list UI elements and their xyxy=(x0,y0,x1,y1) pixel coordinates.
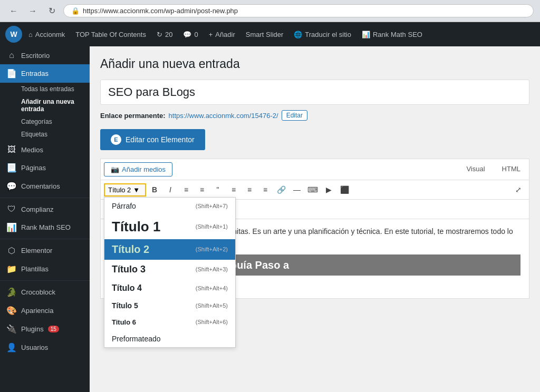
unordered-list-button[interactable]: ≡ xyxy=(179,182,194,197)
admin-bar-updates[interactable]: ↻ 20 xyxy=(152,28,177,41)
sidebar-item-elementor[interactable]: ⬡ Elementor xyxy=(0,241,90,260)
toolbar-row-1: Título 2 ▼ Párrafo (Shift+Alt+7) Título … xyxy=(101,180,529,200)
admin-bar-rank-math[interactable]: 📊 Rank Math SEO xyxy=(358,28,427,41)
permalink-row: Enlace permanente: https://www.accionmk.… xyxy=(100,110,529,121)
admin-bar-comments[interactable]: 💬 0 xyxy=(179,28,202,41)
sidebar-label-medios: Medios xyxy=(21,146,43,154)
media-icon: 🖼 xyxy=(6,145,17,154)
elementor-btn-label: Editar con Elementor xyxy=(126,135,195,144)
wp-logo[interactable]: W xyxy=(5,26,22,43)
sidebar-item-apariencia[interactable]: 🎨 Apariencia xyxy=(0,301,90,320)
admin-bar-translate[interactable]: 🌐 Traducir el sitio xyxy=(290,28,355,41)
sidebar-item-plantillas[interactable]: 📁 Plantillas xyxy=(0,260,90,278)
permalink-url[interactable]: https://www.accionmk.com/15476-2/ xyxy=(169,112,278,120)
dropdown-titulo2[interactable]: Título 2 (Shift+Alt+2) xyxy=(104,239,235,260)
pages-icon: 📃 xyxy=(6,163,17,173)
sidebar-item-plugins[interactable]: 🔌 Plugins 15 xyxy=(0,320,90,338)
link-button[interactable]: 🔗 xyxy=(274,182,288,197)
admin-bar-toc[interactable]: TOP Table Of Contents xyxy=(71,28,150,41)
dropdown-parrafo[interactable]: Párrafo (Shift+Alt+7) xyxy=(104,198,235,214)
shortcut-titulo6: (Shift+Alt+6) xyxy=(196,319,228,325)
dropdown-titulo5[interactable]: Título 5 (Shift+Alt+5) xyxy=(104,297,235,314)
admin-bar-smart-slider[interactable]: Smart Slider xyxy=(242,28,288,41)
sidebar-item-escritorio[interactable]: ⌂ Escritorio xyxy=(0,46,90,64)
elementor-edit-button[interactable]: E Editar con Elementor xyxy=(100,129,205,150)
sidebar-item-crocoblock[interactable]: 🐊 Crocoblock xyxy=(0,283,90,301)
sidebar-label-plantillas: Plantillas xyxy=(21,265,49,273)
url-text: https://www.accionmk.com/wp-admin/post-n… xyxy=(83,7,238,15)
sidebar-divider-3 xyxy=(0,280,90,281)
align-right-button[interactable]: ≡ xyxy=(258,182,273,197)
shortcut-titulo2: (Shift+Alt+2) xyxy=(196,246,228,252)
tab-visual[interactable]: Visual xyxy=(458,159,493,180)
plugins-badge: 15 xyxy=(48,326,59,332)
admin-bar-add[interactable]: + Añadir xyxy=(205,28,239,41)
wp-sidebar: ⌂ Escritorio 📄 Entradas Todas las entrad… xyxy=(0,46,90,392)
permalink-label: Enlace permanente: xyxy=(100,112,166,120)
reload-button[interactable]: ↻ xyxy=(44,4,59,18)
format-select-wrapper: Título 2 ▼ Párrafo (Shift+Alt+7) Título … xyxy=(104,183,146,197)
dropdown-titulo3[interactable]: Título 3 (Shift+Alt+3) xyxy=(104,260,235,279)
dropdown-titulo1[interactable]: Título 1 (Shift+Alt+1) xyxy=(104,214,235,239)
align-left-button[interactable]: ≡ xyxy=(226,182,241,197)
sidebar-item-comentarios[interactable]: 💬 Comentarios xyxy=(0,177,90,195)
blockquote-button[interactable]: " xyxy=(210,182,225,197)
elementor-sidebar-icon: ⬡ xyxy=(6,246,17,256)
page-title: Añadir una nueva entrada xyxy=(100,57,529,71)
dropdown-titulo4[interactable]: Título 4 (Shift+Alt+4) xyxy=(104,279,235,297)
sidebar-label-elementor: Elementor xyxy=(21,247,52,254)
bold-button[interactable]: B xyxy=(147,182,162,197)
appearance-icon: 🎨 xyxy=(6,306,17,316)
read-more-button[interactable]: ▶ xyxy=(321,182,336,197)
sidebar-item-usuarios[interactable]: 👤 Usuarios xyxy=(0,338,90,357)
shortcut-titulo5: (Shift+Alt+5) xyxy=(196,302,228,309)
sidebar-sub-add-new[interactable]: Añadir una nueva entrada xyxy=(0,95,90,115)
shortcut-titulo3: (Shift+Alt+3) xyxy=(196,266,228,272)
hr-button[interactable]: — xyxy=(290,182,304,197)
sidebar-sub-categorias[interactable]: Categorías xyxy=(0,115,90,128)
crocoblock-icon: 🐊 xyxy=(6,287,17,297)
sidebar-item-rank-math[interactable]: 📊 Rank Math SEO xyxy=(0,218,90,237)
tab-html[interactable]: HTML xyxy=(494,159,529,180)
browser-chrome: ← → ↻ 🔒 https://www.accionmk.com/wp-admi… xyxy=(0,0,540,22)
sidebar-item-medios[interactable]: 🖼 Medios xyxy=(0,141,90,159)
editor-top-bar: 📷 Añadir medios Visual HTML xyxy=(101,159,529,180)
rank-math-sidebar-icon: 📊 xyxy=(6,222,17,232)
sidebar-item-entradas[interactable]: 📄 Entradas xyxy=(0,64,90,83)
plantillas-icon: 📁 xyxy=(6,264,17,274)
updates-icon: ↻ xyxy=(157,31,162,38)
format-select[interactable]: Título 2 ▼ xyxy=(104,183,146,197)
comments-sidebar-icon: 💬 xyxy=(6,181,17,191)
wp-main: ⌂ Escritorio 📄 Entradas Todas las entrad… xyxy=(0,46,540,392)
dropdown-label-titulo3: Título 3 xyxy=(112,264,146,275)
fullscreen-button[interactable]: ⤢ xyxy=(511,182,526,197)
sidebar-sub-todas[interactable]: Todas las entradas xyxy=(0,83,90,95)
elementor-icon: E xyxy=(111,134,121,145)
forward-button[interactable]: → xyxy=(25,4,40,18)
post-title-input[interactable] xyxy=(100,80,529,105)
sidebar-label-comentarios: Comentarios xyxy=(21,182,60,190)
back-button[interactable]: ← xyxy=(6,4,21,18)
posts-icon: 📄 xyxy=(6,68,17,79)
toolbar-toggle-button[interactable]: ⬛ xyxy=(337,182,352,197)
admin-bar-site[interactable]: ⌂ ⌂ Accionmk Accionmk xyxy=(24,28,69,41)
shortcut-titulo1: (Shift+Alt+1) xyxy=(196,223,228,230)
format-select-label: Título 2 xyxy=(108,186,131,194)
dropdown-preformateado[interactable]: Preformateado xyxy=(104,330,235,347)
permalink-edit-button[interactable]: Editar xyxy=(282,110,307,121)
sidebar-item-paginas[interactable]: 📃 Páginas xyxy=(0,159,90,177)
keyboard-button[interactable]: ⌨ xyxy=(305,182,320,197)
editor-wrapper: 📷 Añadir medios Visual HTML Título 2 ▼ xyxy=(100,159,529,299)
add-media-button[interactable]: 📷 Añadir medios xyxy=(104,162,172,177)
format-dropdown: Párrafo (Shift+Alt+7) Título 1 (Shift+Al… xyxy=(104,197,236,348)
sidebar-label-paginas: Páginas xyxy=(21,164,46,172)
sidebar-label-escritorio: Escritorio xyxy=(21,52,50,60)
align-center-button[interactable]: ≡ xyxy=(242,182,257,197)
sidebar-item-complianz[interactable]: 🛡 Complianz xyxy=(0,200,90,218)
dropdown-titulo6[interactable]: Titulo 6 (Shift+Alt+6) xyxy=(104,314,235,330)
italic-button[interactable]: I xyxy=(163,182,178,197)
add-media-label: Añadir medios xyxy=(122,165,166,173)
url-bar[interactable]: 🔒 https://www.accionmk.com/wp-admin/post… xyxy=(63,4,534,17)
sidebar-sub-etiquetas[interactable]: Etiquetas xyxy=(0,128,90,141)
ordered-list-button[interactable]: ≡ xyxy=(195,182,209,197)
